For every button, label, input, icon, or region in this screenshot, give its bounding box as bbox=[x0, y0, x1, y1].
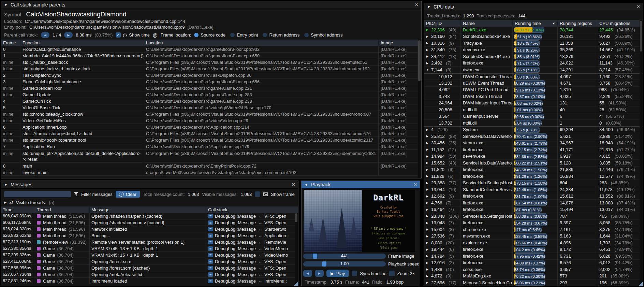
col-cpu-migrations[interactable]: CPU migrations bbox=[597, 20, 643, 27]
expand-arrow-icon[interactable]: ▶ bbox=[426, 161, 429, 164]
callstack-list-icon[interactable]: ≡ bbox=[208, 266, 213, 270]
table-row[interactable]: inline invoke_main d:\agent\_work\63\s\s… bbox=[1, 169, 421, 176]
table-row[interactable]: 13,132 uDWM Event Thread 68.29 ms (0.30%… bbox=[424, 80, 643, 87]
show-time-checkbox[interactable]: ✓ bbox=[116, 32, 121, 38]
table-row[interactable]: inline std::_Mutex_base::lock C:\Program… bbox=[1, 59, 421, 66]
table-row[interactable]: ▶ 35,812 (88) ServiceHub.DataWarehouse 6… bbox=[424, 133, 643, 140]
play-button[interactable]: ▶ Play bbox=[326, 270, 349, 277]
expand-arrow-icon[interactable]: ▶ bbox=[426, 168, 429, 171]
radio-icon[interactable] bbox=[194, 33, 199, 37]
table-row[interactable]: 606,049,398ns Main thread (31,596) Openi… bbox=[1, 213, 298, 219]
table-row[interactable]: ▶ 11,152 (12) firefox.exe 632.15 ms (2.7… bbox=[424, 146, 643, 153]
table-row[interactable]: ▶ 27,696 (17) Microsoft.ServiceHub.Co 48… bbox=[424, 279, 643, 286]
frame-image-slider[interactable]: 441 bbox=[303, 254, 386, 259]
show-frame-checkbox[interactable] bbox=[255, 191, 260, 197]
table-row[interactable]: inline std::unique_lock<std::mutex>::loc… bbox=[1, 66, 421, 72]
expand-arrow-icon[interactable]: ▼ bbox=[426, 68, 429, 71]
table-row[interactable]: ▶ 11,828 (6) firefox.exe 291.26 ms (1.26… bbox=[424, 173, 643, 180]
col-pid-tid[interactable]: PID/TID bbox=[424, 20, 461, 27]
radio-icon[interactable] bbox=[263, 33, 267, 37]
expand-arrow-icon[interactable]: ▶ bbox=[426, 241, 429, 244]
table-row[interactable]: ▼ 7,144 (8) dwm.exe 1.66 s (7.18%) 14,29… bbox=[424, 67, 643, 73]
frame-location-option[interactable]: Source code bbox=[194, 32, 225, 38]
expand-arrow-icon[interactable]: ▶ bbox=[426, 268, 429, 271]
col-callstack[interactable]: Call stack bbox=[206, 206, 298, 213]
table-row[interactable]: inline std::_Atomic_storage<bool,1>::loa… bbox=[1, 130, 421, 137]
col-message[interactable]: Message bbox=[90, 206, 206, 213]
expand-icon[interactable]: ▶ bbox=[4, 201, 6, 204]
expand-arrow-icon[interactable]: ▶ bbox=[426, 141, 429, 145]
zoom-2x-checkbox[interactable] bbox=[389, 271, 395, 276]
expand-arrow-icon[interactable]: ▶ bbox=[426, 228, 429, 231]
table-row[interactable]: 1 <lambda_84a19dc444fae966ca174e83e708bd… bbox=[1, 53, 421, 59]
next-parent-button[interactable]: ▶ bbox=[64, 32, 73, 38]
expand-arrow-icon[interactable]: ▶ bbox=[426, 248, 429, 251]
table-row[interactable]: ▶ 14,984 (50) devenv.exe 584.69 ms (2.53… bbox=[424, 153, 643, 160]
table-row[interactable]: ▶ 4,872 (9) MsMpEng.exe 70.22 ms (0.30%)… bbox=[424, 273, 643, 280]
expand-arrow-icon[interactable]: ▶ bbox=[426, 48, 429, 52]
expand-arrow-icon[interactable]: ▶ bbox=[426, 148, 429, 151]
table-row[interactable]: 627,411,606ns Game (36,704) Opening /for… bbox=[1, 258, 298, 265]
expand-arrow-icon[interactable]: ▶ bbox=[426, 221, 429, 225]
table-row[interactable]: ▶ 29,388 (77) ServiceHub.SettingsHost 27… bbox=[424, 180, 643, 187]
table-row[interactable]: ▶ 18,444 (6) firefox.exe 104.2 ms (0.45%… bbox=[424, 246, 643, 253]
col-frame[interactable]: Frame bbox=[1, 40, 20, 46]
table-row[interactable]: inline std::chrono::steady_clock::now C:… bbox=[1, 111, 421, 117]
table-row[interactable]: 3,564 GameInput server 69.68 us (0.00%) … bbox=[424, 113, 643, 120]
table-row[interactable]: ▶ 34,412 (18) ScriptedSandbox64.exe 1.85… bbox=[424, 53, 643, 60]
clear-button[interactable]: × Clear bbox=[116, 191, 140, 198]
expand-arrow-icon[interactable]: ▶ bbox=[426, 181, 429, 185]
table-row[interactable]: ▶ 30,456 (25) steam.exe 643.61 ms (2.79%… bbox=[424, 140, 643, 147]
filter-input[interactable] bbox=[4, 191, 71, 197]
table-row[interactable]: ▶ 11,820 (9) firefox.exe 346.58 ms (1.50… bbox=[424, 167, 643, 173]
table-row[interactable]: ▶ 10,316 (9) Tracy.exe 2.18 s (9.45%) 11… bbox=[424, 40, 643, 47]
expand-arrow-icon[interactable]: ▶ bbox=[426, 254, 429, 258]
expand-arrow-icon[interactable]: ▶ bbox=[426, 41, 429, 45]
resize-grip[interactable] bbox=[294, 282, 298, 286]
callstack-list-icon[interactable]: ≡ bbox=[208, 259, 213, 264]
table-row[interactable]: ▶ 23,348 (106) ServiceHub.SettingsHost 1… bbox=[424, 213, 643, 220]
visible-threads-row[interactable]: ▶ ⇄ Visible threads: (5) bbox=[4, 200, 295, 205]
table-row[interactable]: ▶ 12,016 (2) firefox.exe 84.89 ms (0.37%… bbox=[424, 260, 643, 267]
expand-arrow-icon[interactable]: ▶ bbox=[426, 128, 429, 131]
table-row[interactable]: 606,117,568ns Main thread (31,596) Openi… bbox=[1, 219, 298, 226]
table-row[interactable]: 627,558,996ns Game (36,704) Opening /for… bbox=[1, 265, 298, 271]
frame-location-option[interactable]: Entry point bbox=[230, 32, 258, 38]
table-row[interactable]: 24,964 DWM Master Input Thread 5.03 ms (… bbox=[424, 100, 643, 107]
close-icon[interactable]: × bbox=[415, 2, 418, 8]
expand-arrow-icon[interactable]: ▶ bbox=[426, 155, 429, 158]
table-row[interactable]: ▶ 22,396 (49) DarkRL.exe 14.33 s (62.06%… bbox=[424, 27, 643, 33]
table-row[interactable]: 627,380,356ns Game (36,704) VRAM 37x45: … bbox=[1, 245, 298, 252]
col-image[interactable]: Image bbox=[379, 40, 421, 46]
callstack-list-icon[interactable]: ≡ bbox=[208, 246, 213, 251]
table-row[interactable]: 4,092 DWM LPC Port Thread 29.16 ms (0.13… bbox=[424, 87, 643, 94]
expand-arrow-icon[interactable]: ▶ bbox=[426, 61, 429, 65]
expand-arrow-icon[interactable]: ▶ bbox=[426, 261, 429, 264]
col-running-time[interactable]: Running time▼ bbox=[513, 20, 558, 27]
expand-arrow-icon[interactable]: ▶ bbox=[426, 55, 429, 58]
show-time-option[interactable]: ✓ Show time bbox=[116, 32, 150, 38]
col-running-regions[interactable]: Running regions bbox=[558, 20, 597, 27]
table-row[interactable]: 6 Application::InnerLoop C:\Users\wolf\D… bbox=[1, 124, 421, 130]
expand-arrow-icon[interactable]: ▶ bbox=[426, 281, 429, 284]
step-forward-button[interactable]: ▶ bbox=[315, 270, 324, 277]
callstack-list-icon[interactable]: ≡ bbox=[208, 220, 213, 225]
expand-arrow-icon[interactable]: ▶ bbox=[426, 134, 429, 138]
expand-arrow-icon[interactable]: ▶ bbox=[426, 234, 429, 238]
expand-arrow-icon[interactable]: ▶ bbox=[426, 195, 429, 198]
col-time[interactable]: Time bbox=[1, 206, 35, 213]
table-row[interactable]: ▶ 16,464 (7) firefox.exe 187 ms (0.81%) … bbox=[424, 206, 643, 213]
radio-icon[interactable] bbox=[304, 33, 309, 37]
callstack-list-icon[interactable]: ≡ bbox=[208, 253, 213, 257]
table-row[interactable]: inline Video::GetTicksHiRes C:\Users\wol… bbox=[1, 117, 421, 124]
table-row[interactable]: 626,833,622ns Main thread (31,596) Booti… bbox=[1, 232, 298, 239]
table-row[interactable]: inline std::atomic<bool>::operator bool … bbox=[1, 137, 421, 143]
table-row[interactable]: ▶ 14,784 (5) firefox.exe 97.95 ms (0.42%… bbox=[424, 253, 643, 260]
callstack-list-icon[interactable]: ≡ bbox=[208, 279, 213, 283]
expand-arrow-icon[interactable]: ▶ bbox=[426, 201, 429, 204]
close-icon[interactable]: × bbox=[637, 4, 640, 10]
col-location[interactable]: Location bbox=[144, 40, 379, 46]
table-row[interactable]: 5 VideoGLBase::Tick C:\Users\wolf\Deskto… bbox=[1, 104, 421, 111]
table-row[interactable]: 627,667,736ns Game (36,704) Opening /met… bbox=[1, 271, 298, 278]
table-row[interactable]: ▶ 31,340 (75) devenv.exe 1.91 s (8.26%) … bbox=[424, 47, 643, 54]
